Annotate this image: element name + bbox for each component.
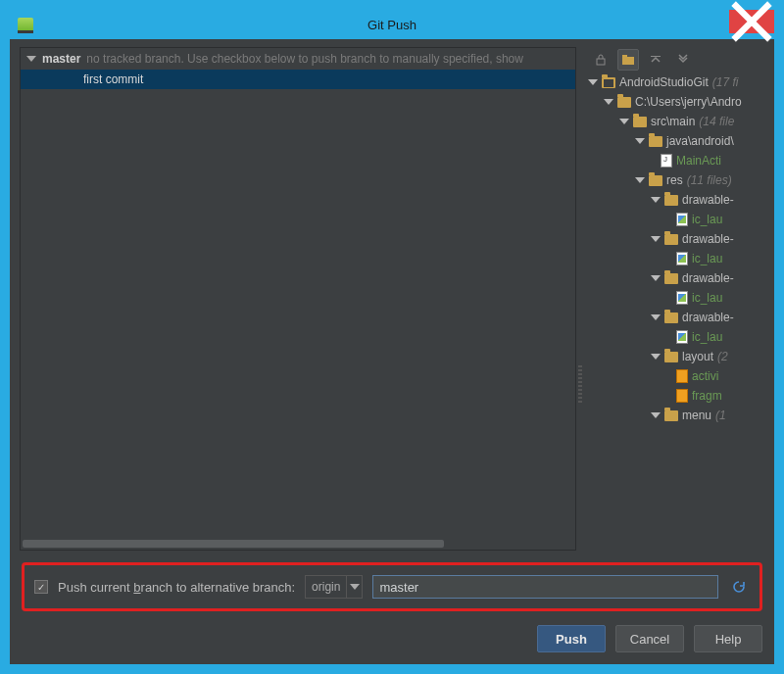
close-button[interactable] xyxy=(729,10,774,33)
chevron-down-icon[interactable] xyxy=(651,236,661,242)
file-tree[interactable]: AndroidStudioGit (17 fi C:\Users\jerry\A… xyxy=(584,72,764,551)
branch-row[interactable]: master no tracked branch. Use checkbox b… xyxy=(21,48,575,70)
image-file-icon xyxy=(676,291,688,305)
tree-label: MainActi xyxy=(676,154,721,168)
tree-row[interactable]: layout(2 xyxy=(584,347,764,366)
image-file-icon xyxy=(676,252,688,265)
commit-row[interactable]: first commit xyxy=(21,70,575,89)
chevron-down-icon[interactable] xyxy=(651,412,661,418)
push-alt-checkbox[interactable]: ✓ xyxy=(34,580,48,594)
cancel-button[interactable]: Cancel xyxy=(615,625,684,652)
tree-label: AndroidStudioGit xyxy=(619,75,709,89)
svg-rect-1 xyxy=(622,57,634,65)
java-file-icon xyxy=(661,154,672,168)
split-handle[interactable] xyxy=(576,39,584,554)
tree-label: fragm xyxy=(692,389,722,403)
image-file-icon xyxy=(676,330,688,344)
chevron-down-icon[interactable] xyxy=(604,99,613,105)
chevron-down-icon[interactable] xyxy=(651,275,661,281)
tree-label: drawable- xyxy=(682,232,734,246)
chevron-down-icon[interactable] xyxy=(635,138,645,144)
tree-label: drawable- xyxy=(682,193,734,207)
folder-icon xyxy=(664,273,678,284)
tree-label: ic_lau xyxy=(692,330,722,344)
folder-icon xyxy=(633,117,647,127)
remote-value: origin xyxy=(306,580,346,594)
chevron-down-icon[interactable] xyxy=(651,197,661,203)
commits-pane[interactable]: master no tracked branch. Use checkbox b… xyxy=(20,47,576,551)
horizontal-scrollbar[interactable] xyxy=(21,538,575,550)
chevron-down-icon[interactable] xyxy=(619,119,629,124)
image-file-icon xyxy=(676,213,688,226)
lock-icon[interactable] xyxy=(590,49,612,71)
tree-row[interactable]: fragm xyxy=(584,386,764,406)
tree-row[interactable]: ic_lau xyxy=(584,210,764,229)
xml-file-icon xyxy=(676,389,688,403)
branch-name: master xyxy=(42,52,80,66)
tree-row[interactable]: res(11 files) xyxy=(584,170,764,190)
push-alternative-row: ✓ Push current branch to alternative bra… xyxy=(22,562,762,611)
scrollbar-thumb[interactable] xyxy=(23,540,444,548)
titlebar[interactable]: Git Push xyxy=(10,10,774,39)
refresh-button[interactable] xyxy=(728,576,750,598)
tree-label: ic_lau xyxy=(692,213,722,226)
folder-icon xyxy=(602,77,615,88)
tree-row[interactable]: drawable- xyxy=(584,268,764,288)
tree-count: (17 fi xyxy=(712,75,739,89)
help-button[interactable]: Help xyxy=(694,625,762,652)
tree-label: src\main xyxy=(651,115,695,128)
tree-label: drawable- xyxy=(682,311,734,324)
files-pane: AndroidStudioGit (17 fi C:\Users\jerry\A… xyxy=(584,47,764,551)
tree-row[interactable]: drawable- xyxy=(584,308,764,327)
git-push-dialog: Git Push master no tracked branch. Use c… xyxy=(10,10,774,664)
tree-label: drawable- xyxy=(682,271,734,285)
tree-row[interactable]: activi xyxy=(584,366,764,386)
chevron-down-icon[interactable] xyxy=(635,177,645,183)
tree-count: (11 files) xyxy=(687,173,732,187)
commit-message: first commit xyxy=(83,72,143,86)
folder-icon xyxy=(649,136,662,147)
folder-icon xyxy=(649,175,662,186)
tree-root[interactable]: AndroidStudioGit (17 fi xyxy=(584,72,764,92)
tree-label: java\android\ xyxy=(666,134,734,148)
folder-icon xyxy=(617,97,631,108)
push-alt-label: Push current branch to alternative branc… xyxy=(58,580,295,595)
tree-label: layout xyxy=(682,350,713,363)
tree-label: res xyxy=(666,173,683,187)
tree-label: C:\Users\jerry\Andro xyxy=(635,95,742,109)
dialog-buttons: Push Cancel Help xyxy=(22,625,762,652)
alt-branch-input[interactable] xyxy=(372,575,718,599)
tree-row[interactable]: java\android\ xyxy=(584,131,764,151)
svg-rect-0 xyxy=(597,59,605,65)
xml-file-icon xyxy=(676,369,688,383)
tree-count: (1 xyxy=(715,409,726,422)
svg-rect-2 xyxy=(622,55,627,58)
chevron-down-icon[interactable] xyxy=(651,314,661,320)
chevron-down-icon[interactable] xyxy=(588,79,598,85)
group-by-dir-icon[interactable] xyxy=(617,49,639,71)
window-title: Git Push xyxy=(10,18,774,32)
push-button[interactable]: Push xyxy=(537,625,606,652)
folder-icon xyxy=(664,234,678,245)
tree-row[interactable]: ic_lau xyxy=(584,288,764,308)
tree-row[interactable]: drawable- xyxy=(584,190,764,210)
remote-select[interactable]: origin xyxy=(305,575,363,599)
tree-row[interactable]: C:\Users\jerry\Andro xyxy=(584,92,764,112)
tree-row[interactable]: drawable- xyxy=(584,229,764,249)
tree-row[interactable]: menu(1 xyxy=(584,406,764,425)
collapse-all-icon[interactable] xyxy=(672,49,694,71)
tree-row[interactable]: src\main(14 file xyxy=(584,112,764,131)
chevron-down-icon[interactable] xyxy=(651,354,661,360)
expand-all-icon[interactable] xyxy=(645,49,666,71)
folder-icon xyxy=(664,410,678,421)
grip-icon xyxy=(578,365,582,405)
tree-count: (14 file xyxy=(699,115,734,128)
tree-row[interactable]: ic_lau xyxy=(584,327,764,347)
folder-icon xyxy=(664,352,678,362)
files-toolbar xyxy=(584,47,764,72)
chevron-down-icon[interactable] xyxy=(346,576,362,598)
tree-row[interactable]: MainActi xyxy=(584,151,764,170)
expand-icon[interactable] xyxy=(26,56,36,62)
tree-row[interactable]: ic_lau xyxy=(584,249,764,268)
tree-count: (2 xyxy=(717,350,728,363)
